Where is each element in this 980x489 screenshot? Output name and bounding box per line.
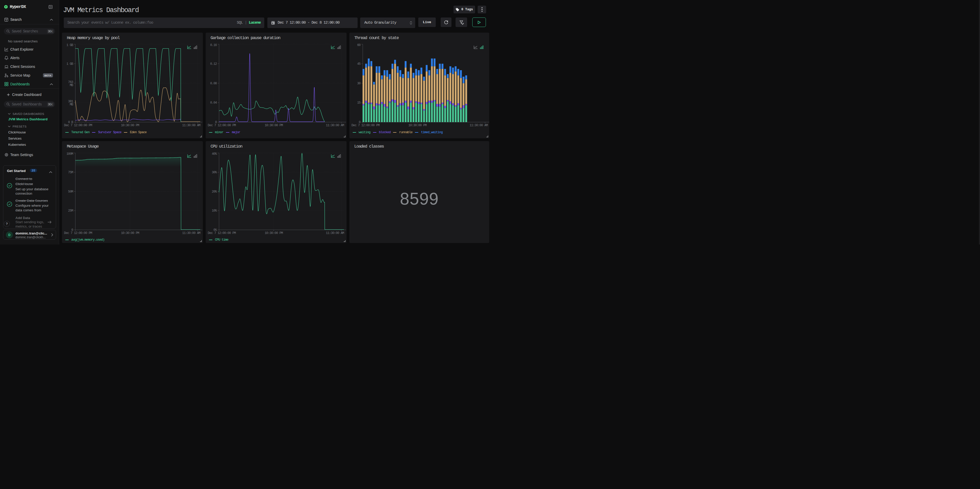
svg-text:MB: MB: [70, 84, 73, 87]
svg-text:25M: 25M: [68, 209, 73, 213]
svg-text:30%: 30%: [212, 171, 217, 174]
svg-text:40%: 40%: [212, 152, 217, 156]
svg-text:11:30:00 AM: 11:30:00 AM: [470, 124, 488, 127]
svg-text:11:30:00 AM: 11:30:00 AM: [182, 231, 200, 235]
svg-text:1 GB: 1 GB: [66, 43, 73, 47]
svg-text:Dec 7 12:00:00 PM: Dec 7 12:00:00 PM: [352, 124, 379, 127]
svg-text:10:30:00 PM: 10:30:00 PM: [121, 124, 139, 127]
svg-text:10:30:00 PM: 10:30:00 PM: [121, 231, 139, 235]
svg-text:10:30:00 PM: 10:30:00 PM: [264, 124, 283, 127]
svg-text:10:30:00 PM: 10:30:00 PM: [408, 124, 426, 127]
svg-text:0.12: 0.12: [210, 62, 217, 66]
svg-text:0.08: 0.08: [210, 82, 217, 85]
svg-text:20%: 20%: [212, 190, 217, 194]
svg-text:11:30:00 AM: 11:30:00 AM: [326, 124, 344, 127]
svg-text:Dec 7 12:00:00 PM: Dec 7 12:00:00 PM: [64, 231, 92, 235]
svg-text:100M: 100M: [66, 152, 73, 156]
svg-text:50M: 50M: [68, 190, 73, 194]
svg-text:30: 30: [357, 82, 360, 85]
svg-text:0.16: 0.16: [210, 43, 217, 47]
svg-text:11:30:00 AM: 11:30:00 AM: [182, 124, 200, 127]
svg-text:Dec 7 12:00:00 PM: Dec 7 12:00:00 PM: [64, 124, 92, 127]
svg-text:11:30:00 AM: 11:30:00 AM: [326, 231, 344, 235]
svg-text:Dec 7 12:00:00 PM: Dec 7 12:00:00 PM: [208, 124, 236, 127]
svg-text:MB: MB: [70, 103, 73, 107]
svg-text:0.04: 0.04: [210, 101, 217, 105]
svg-text:10%: 10%: [212, 209, 217, 213]
svg-text:10:30:00 PM: 10:30:00 PM: [264, 231, 283, 235]
svg-text:15: 15: [357, 101, 360, 105]
svg-text:75M: 75M: [68, 171, 73, 174]
svg-text:45: 45: [357, 62, 360, 66]
svg-text:Dec 7 12:00:00 PM: Dec 7 12:00:00 PM: [208, 231, 236, 235]
svg-text:1 GB: 1 GB: [66, 62, 73, 66]
svg-text:60: 60: [357, 43, 360, 47]
